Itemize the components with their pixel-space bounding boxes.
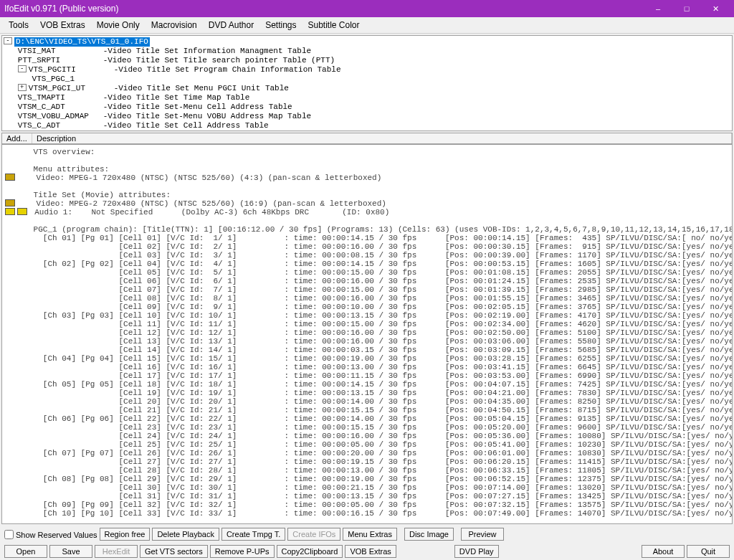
menu-movie-only[interactable]: Movie Only — [91, 19, 146, 32]
remove-pups-button[interactable]: Remove P-UPs — [210, 545, 275, 558]
menu-extras-button[interactable]: Menu Extras — [343, 528, 397, 541]
tree-item[interactable]: PTT_SRPTI — [18, 56, 103, 65]
video-icon — [5, 199, 15, 207]
expander-icon[interactable]: - — [18, 65, 27, 72]
tree-desc: -Video Title Set Information Managment T… — [103, 47, 311, 56]
tree-desc: -Video Title Set-Menu VOBU Address Map T… — [103, 112, 311, 121]
menu-dvd-author[interactable]: DVD Author — [203, 19, 259, 32]
hexedit-button[interactable]: HexEdit — [95, 545, 138, 558]
tree-item[interactable]: VTSM_VOBU_ADMAP — [18, 112, 103, 121]
expander-icon[interactable]: + — [18, 84, 27, 91]
vob-extras-button[interactable]: VOB Extras — [345, 545, 396, 558]
tree-desc: -Video Title Set Menu PGCI Unit Table — [114, 84, 289, 93]
tree-item[interactable]: VTS_TMAPTI — [18, 93, 103, 103]
col-description[interactable]: Description — [32, 133, 732, 143]
tree-item[interactable]: VTSM_C_ADT — [18, 103, 103, 112]
col-add[interactable]: Add... — [2, 133, 32, 143]
quit-button[interactable]: Quit — [687, 545, 730, 558]
get-vts-sectors-button[interactable]: Get VTS sectors — [140, 545, 208, 558]
tree-desc: -Video Title Set-Menu Cell Address Table — [103, 103, 292, 112]
button-bar-1: Show Reserved Values Region free Delete … — [0, 526, 734, 543]
preview-button[interactable]: Preview — [461, 528, 504, 541]
audio-icon — [5, 208, 15, 215]
expander-icon[interactable]: - — [4, 37, 12, 44]
menu-vob-extras[interactable]: VOB Extras — [34, 19, 91, 32]
maximize-button[interactable]: □ — [672, 0, 701, 17]
open-button[interactable]: Open — [4, 545, 47, 558]
tree-root[interactable]: D:\ENC\VIDEO_TS\VTS_01_0.IFO — [14, 37, 150, 47]
disc-image-button[interactable]: Disc Image — [404, 528, 454, 541]
button-bar-2: Open Save HexEdit Get VTS sectors Remove… — [0, 543, 734, 560]
region-free-button[interactable]: Region free — [100, 528, 151, 541]
tree-item[interactable]: VTSI_MAT — [18, 47, 103, 56]
about-button[interactable]: About — [642, 545, 685, 558]
tree-panel[interactable]: -D:\ENC\VIDEO_TS\VTS_01_0.IFO VTSI_MAT -… — [1, 35, 733, 131]
detail-panel-wrap: VTS overview: Menu attributes: Video: MP… — [1, 144, 733, 524]
tree-item[interactable]: VTS_C_ADT — [18, 121, 103, 130]
tree-desc: -Video Title Set Program Chain Informati… — [114, 65, 341, 75]
menu-subtitle-color[interactable]: Subtitle Color — [302, 19, 366, 32]
video-icon — [5, 174, 15, 181]
tree-item[interactable]: VTS_PGCITI — [29, 65, 114, 75]
window-title: IfoEdit v0.971 (Public version) — [4, 4, 644, 14]
create-ifos-button[interactable]: Create IFOs — [287, 528, 340, 541]
column-headers: Add... Description — [1, 133, 733, 144]
create-tmpg-button[interactable]: Create Tmpg T. — [221, 528, 285, 541]
save-button[interactable]: Save — [49, 545, 92, 558]
menu-tools[interactable]: Tools — [3, 19, 34, 32]
dvd-play-button[interactable]: DVD Play — [454, 545, 499, 558]
show-reserved-checkbox[interactable]: Show Reserved Values — [4, 530, 97, 539]
minimize-button[interactable]: – — [644, 0, 672, 17]
delete-playback-button[interactable]: Delete Playback — [152, 528, 219, 541]
window-controls: – □ ✕ — [644, 0, 730, 17]
tree-desc: -Video Title Set Title search pointer Ta… — [103, 56, 335, 65]
menu-bar: ToolsVOB ExtrasMovie OnlyMacrovisionDVD … — [0, 17, 734, 34]
tree-item[interactable]: VTS_PGC_1 — [32, 75, 118, 84]
copy2clipboard-button[interactable]: Copy2Clipboard — [277, 545, 343, 558]
tree-desc: -Video Title Set Time Map Table — [103, 93, 250, 103]
close-button[interactable]: ✕ — [701, 0, 730, 17]
tree-desc: -Video Title Set Cell Address Table — [103, 121, 269, 130]
title-bar: IfoEdit v0.971 (Public version) – □ ✕ — [0, 0, 734, 17]
menu-macrovision[interactable]: Macrovision — [146, 19, 203, 32]
tree-item[interactable]: VTSM_PGCI_UT — [29, 84, 114, 93]
menu-settings[interactable]: Settings — [259, 19, 302, 32]
detail-panel[interactable]: VTS overview: Menu attributes: Video: MP… — [2, 145, 732, 523]
audio-icon — [17, 208, 27, 215]
